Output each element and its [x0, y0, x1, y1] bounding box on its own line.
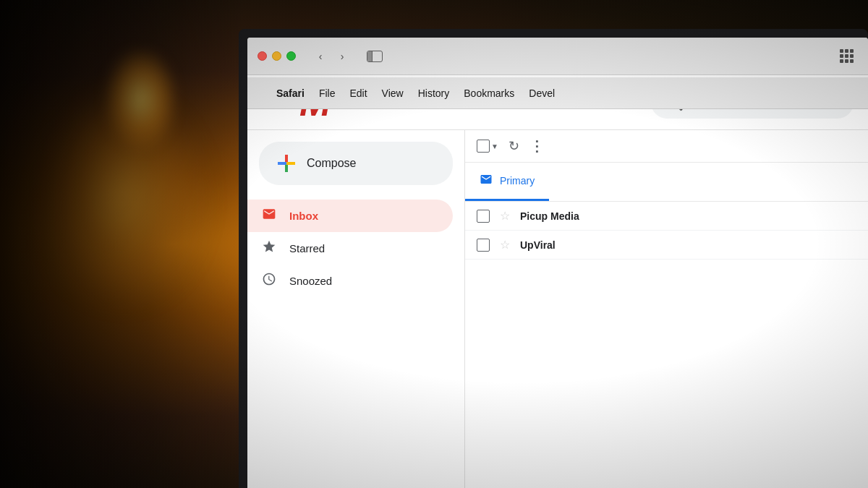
plus-horizontal	[278, 162, 295, 165]
menu-view[interactable]: View	[382, 87, 404, 99]
sidebar-toggle-button[interactable]	[362, 47, 387, 66]
dot	[845, 59, 848, 63]
main-toolbar: ▼ ↻ ⋮	[465, 130, 868, 163]
email-list: ☆ Picup Media ☆ UpViral	[465, 202, 868, 260]
sender-name: Picup Media	[520, 210, 592, 222]
menu-bar: Safari File Edit View History Bookmarks …	[247, 77, 868, 109]
email-row[interactable]: ☆ UpViral	[465, 231, 868, 260]
browser-toolbar: ‹ ›	[247, 38, 868, 75]
menu-develop[interactable]: Devel	[529, 87, 555, 99]
compose-plus-icon	[278, 155, 295, 172]
menu-file[interactable]: File	[319, 87, 336, 99]
sidebar-item-snoozed[interactable]: Snoozed	[247, 265, 453, 297]
dot	[850, 49, 854, 53]
dot	[840, 54, 843, 58]
minimize-button[interactable]	[272, 51, 281, 61]
gmail-main: ▼ ↻ ⋮ Primary ☆ Picup Media	[464, 130, 868, 488]
screen-inner: Safari File Edit View History Bookmarks …	[247, 38, 868, 488]
gmail-sidebar: Compose Inbox Starred S	[247, 130, 464, 488]
grid-dots-icon	[840, 49, 854, 63]
menu-bookmarks[interactable]: Bookmarks	[464, 87, 514, 99]
dot	[840, 59, 843, 63]
select-all-checkbox[interactable]: ▼	[477, 140, 498, 153]
snoozed-icon	[262, 272, 276, 290]
email-checkbox[interactable]	[477, 210, 490, 223]
email-row[interactable]: ☆ Picup Media	[465, 202, 868, 231]
star-icon[interactable]: ☆	[500, 209, 510, 223]
sidebar-item-starred[interactable]: Starred	[247, 232, 453, 265]
traffic-lights	[258, 51, 296, 61]
dot	[845, 49, 848, 53]
chevron-left-icon: ‹	[319, 51, 323, 62]
inbox-label: Inbox	[289, 210, 318, 222]
forward-button[interactable]: ›	[332, 47, 352, 66]
nav-buttons: ‹ ›	[310, 47, 352, 66]
checkbox-box	[477, 140, 490, 153]
star-icon[interactable]: ☆	[500, 238, 510, 252]
sidebar-toggle-icon	[367, 51, 383, 62]
menu-history[interactable]: History	[418, 87, 450, 99]
extensions-button[interactable]	[835, 47, 858, 66]
back-button[interactable]: ‹	[310, 47, 331, 66]
dot	[845, 54, 848, 58]
primary-tab-label: Primary	[500, 175, 535, 187]
compose-button[interactable]: Compose	[259, 142, 453, 185]
screen-frame: Safari File Edit View History Bookmarks …	[239, 29, 868, 488]
menu-safari[interactable]: Safari	[276, 87, 305, 99]
dot	[850, 54, 854, 58]
close-button[interactable]	[258, 51, 267, 61]
dot	[840, 49, 843, 53]
tab-primary[interactable]: Primary	[465, 163, 549, 201]
maximize-button[interactable]	[286, 51, 296, 61]
dot	[850, 59, 854, 63]
menu-edit[interactable]: Edit	[349, 87, 367, 99]
sidebar-item-inbox[interactable]: Inbox	[247, 200, 453, 232]
sidebar-left-panel	[367, 51, 373, 61]
snoozed-label: Snoozed	[289, 275, 332, 287]
more-options-button[interactable]: ⋮	[529, 137, 544, 155]
inbox-icon	[262, 207, 276, 225]
email-checkbox[interactable]	[477, 239, 490, 252]
dropdown-arrow-icon: ▼	[491, 142, 498, 150]
starred-label: Starred	[289, 242, 325, 254]
compose-label: Compose	[307, 157, 356, 170]
tab-bar: Primary	[465, 163, 868, 202]
sender-name: UpViral	[520, 239, 592, 251]
refresh-button[interactable]: ↻	[509, 138, 519, 154]
star-icon	[262, 239, 276, 257]
primary-tab-icon	[480, 173, 493, 189]
chevron-right-icon: ›	[341, 51, 344, 62]
